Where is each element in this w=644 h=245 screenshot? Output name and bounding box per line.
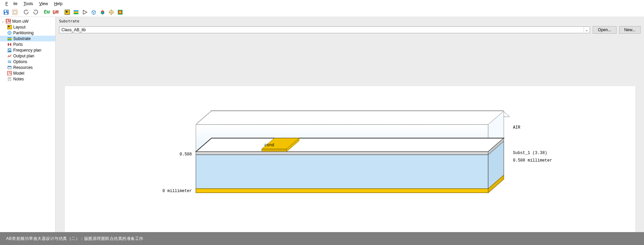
tree-item-ports[interactable]: Ports (0, 41, 55, 47)
tree-item-partitioning[interactable]: Partitioning (0, 30, 55, 36)
cube-color-icon[interactable] (98, 8, 107, 16)
cube-outline-icon[interactable] (90, 8, 98, 16)
panel-title: Substrate (56, 17, 644, 25)
svg-text:EM: EM (7, 71, 12, 75)
notes-icon (7, 76, 12, 81)
tree-item-label: Ports (13, 42, 23, 47)
screenshot-icon[interactable] (11, 8, 19, 16)
subst-name-label: Subst_1 (3.38) (513, 151, 547, 155)
svg-rect-32 (7, 38, 12, 39)
svg-marker-62 (196, 189, 488, 193)
menu-help[interactable]: Help (51, 1, 65, 7)
tree-item-label: Model (13, 71, 24, 76)
menu-tools[interactable]: Tools (21, 1, 36, 7)
partitioning-icon (7, 30, 12, 35)
tree-item-model[interactable]: EM Model (0, 70, 55, 76)
run-icon[interactable] (81, 8, 89, 16)
layout-icon[interactable] (63, 8, 71, 16)
tree-collapse-icon[interactable]: ⌄ (1, 19, 4, 23)
video-caption: AB类射频功率放大器设计与仿真（二）：版图原理图联合仿真的准备工作 (0, 232, 644, 245)
ports-icon (7, 42, 12, 47)
frequency-icon: GHz (7, 48, 12, 53)
gear-icon[interactable] (107, 8, 115, 16)
substrate-file-combo[interactable]: Class_AB_lib ⌄ (59, 26, 590, 33)
tree-item-substrate[interactable]: Substrate (0, 36, 55, 41)
svg-rect-13 (74, 12, 78, 13)
svg-rect-40 (8, 62, 11, 63)
subst-thickness-label: 0.508 millimeter (513, 158, 552, 163)
em-red-icon[interactable]: EM (52, 8, 60, 16)
content-panel: Substrate Class_AB_lib ⌄ Open... New... (56, 17, 644, 232)
tree-root[interactable]: ⌄ EM Mom uW (0, 18, 55, 24)
em-project-icon: EM (6, 19, 11, 24)
redo-icon[interactable] (31, 8, 39, 16)
model-icon: EM (7, 71, 12, 76)
tree-item-label: Output plan (13, 54, 34, 58)
svg-marker-56 (262, 149, 287, 152)
svg-rect-5 (14, 11, 16, 14)
tree-item-output-plan[interactable]: Output plan (0, 53, 55, 59)
svg-rect-1 (4, 10, 8, 12)
menu-bar: File Tools View Help (0, 0, 644, 7)
toolbar: EM EM (0, 7, 644, 17)
svg-rect-23 (119, 11, 121, 13)
combo-value: Class_AB_lib (61, 27, 86, 32)
svg-rect-2 (5, 13, 7, 14)
menu-view[interactable]: View (36, 1, 51, 7)
svg-marker-58 (196, 152, 488, 155)
caption-text: AB类射频功率放大器设计与仿真（二）：版图原理图联合仿真的准备工作 (6, 236, 144, 242)
svg-marker-51 (196, 111, 504, 125)
left-bottom-label: 0 millimeter (162, 189, 191, 193)
substrate-layers-icon[interactable] (72, 8, 80, 16)
tree-item-frequency-plan[interactable]: GHz Frequency plan (0, 47, 55, 53)
cond-label: cond (264, 143, 274, 148)
svg-rect-31 (7, 37, 12, 38)
new-button[interactable]: New... (619, 26, 641, 34)
svg-rect-27 (8, 26, 10, 27)
tree-item-layout[interactable]: Layout (0, 24, 55, 30)
tree-item-label: Options (13, 59, 27, 64)
tree-root-label: Mom uW (12, 19, 29, 24)
svg-text:EM: EM (6, 19, 11, 23)
svg-rect-3 (6, 10, 7, 12)
svg-rect-14 (74, 13, 78, 14)
tree-item-label: Frequency plan (13, 48, 41, 53)
tree-item-resources[interactable]: Resources (0, 64, 55, 70)
tree-item-notes[interactable]: Notes (0, 76, 55, 82)
menu-file[interactable]: File (3, 1, 20, 7)
svg-rect-39 (8, 61, 11, 61)
project-tree: ⌄ EM Mom uW Layout Partitioning Substrat… (0, 17, 56, 232)
left-top-label: 0.508 (179, 152, 191, 157)
tree-item-label: Layout (13, 25, 25, 30)
tree-item-label: Substrate (13, 36, 31, 41)
substrate-icon (7, 36, 12, 41)
chevron-down-icon[interactable]: ⌄ (584, 27, 589, 33)
tree-item-label: Resources (13, 65, 33, 70)
svg-point-16 (111, 12, 112, 13)
air-label: AIR (513, 125, 520, 130)
svg-rect-42 (8, 66, 11, 67)
undo-icon[interactable] (22, 8, 31, 16)
tree-item-label: Notes (13, 77, 24, 81)
svg-rect-35 (10, 43, 11, 46)
save-icon[interactable] (2, 8, 10, 16)
options-icon (7, 59, 12, 64)
tree-item-options[interactable]: Options (0, 59, 55, 64)
resources-icon (7, 65, 12, 70)
svg-marker-54 (196, 138, 504, 152)
svg-rect-11 (66, 11, 68, 13)
layout-icon (7, 24, 12, 30)
svg-rect-34 (8, 43, 9, 46)
fields-icon[interactable] (116, 8, 124, 16)
open-button[interactable]: Open... (593, 26, 616, 34)
svg-rect-33 (7, 39, 12, 40)
svg-text:GHz: GHz (7, 48, 12, 52)
tree-item-label: Partitioning (13, 31, 34, 35)
substrate-3d-view[interactable]: AIR cond Subst_1 (3.38) 0.508 millimeter… (65, 86, 635, 232)
svg-rect-12 (74, 10, 78, 12)
em-green-icon[interactable]: EM (43, 8, 51, 16)
output-icon (7, 53, 12, 58)
